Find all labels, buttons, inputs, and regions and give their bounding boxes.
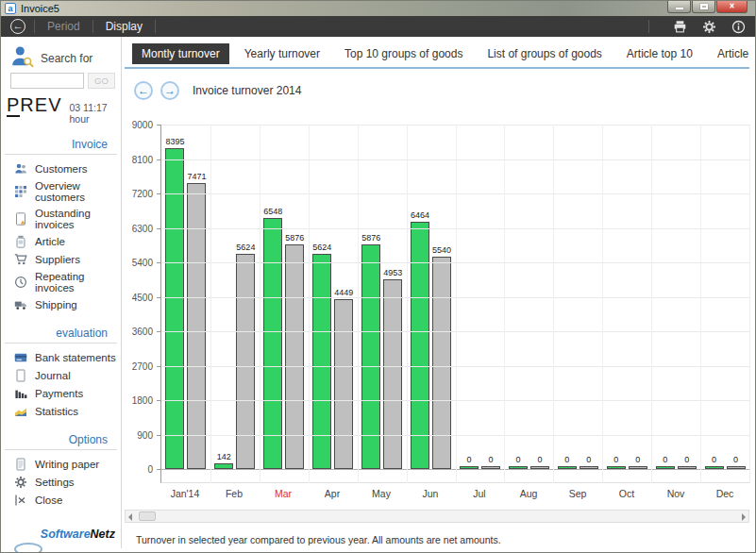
bar-selected-year-2014-jun (411, 222, 429, 469)
close-icon (717, 1, 747, 11)
section-header-invoice: Invoice (5, 138, 117, 155)
bar-value-label: 0 (663, 455, 667, 464)
x-tick-label-nov: Nov (651, 488, 700, 499)
sidebar-item-repeating-invoices[interactable]: Repeating invoices (1, 268, 121, 295)
scroll-left-button[interactable] (126, 511, 137, 522)
tab-article-top-10[interactable]: Article top 10 (617, 43, 702, 64)
gear-icon[interactable] (702, 20, 716, 34)
sidebar-item-label: Overview customers (35, 180, 121, 203)
x-tick-label-jul: Jul (455, 488, 504, 499)
x-tick-label-mar: Mar (259, 488, 308, 499)
barwrap: 0 (655, 455, 675, 469)
prev-period-button[interactable]: ← (134, 81, 153, 100)
y-axis-labels: 0900180027003600450054006300720081009000 (126, 125, 160, 483)
sidebar-item-close[interactable]: Close (1, 491, 121, 509)
sidebar-item-settings[interactable]: Settings (1, 473, 121, 491)
back-button[interactable]: ← (10, 19, 25, 34)
sidebar-item-article[interactable]: Article (1, 232, 121, 250)
bar-value-label: 0 (684, 455, 689, 464)
bar-value-label: 5876 (361, 233, 380, 243)
main-content: Montly turnoverYearly turnoverTop 10 gro… (123, 37, 756, 553)
section-header-evaluation: evaluation (5, 327, 117, 344)
bar-value-label: 0 (733, 455, 738, 464)
sidebar-item-bank-statements[interactable]: Bank statements (1, 348, 121, 366)
bar-chart: 0900180027003600450054006300720081009000… (126, 125, 756, 483)
tab-montly-turnover[interactable]: Montly turnover (132, 43, 229, 64)
sidebar-item-oustanding-invoices[interactable]: Oustanding invoices (1, 205, 121, 232)
shipping-icon (14, 298, 27, 311)
sidebar-item-label: Writing paper (35, 459, 99, 470)
bar-value-label: 0 (635, 455, 640, 464)
minimize-button[interactable] (667, 1, 691, 13)
sidebar-item-overview-customers[interactable]: Overview customers (1, 177, 121, 205)
sidebar-sections: InvoiceCustomersOverview customersOustan… (1, 138, 121, 509)
scrollbar-thumb[interactable] (139, 511, 156, 521)
search-input[interactable] (10, 73, 84, 89)
y-tick-label: 6300 (132, 224, 153, 234)
menu-display[interactable]: Display (102, 18, 146, 35)
softwarenetz-logo: SoftwareNetz (41, 528, 115, 541)
sidebar-item-label: Statistics (35, 406, 78, 417)
maximize-icon (700, 4, 708, 9)
tab-top-10-groups-of-goods[interactable]: Top 10 groups of goods (335, 43, 472, 64)
bar-value-label: 5624 (312, 243, 331, 252)
article-icon (14, 235, 27, 248)
sidebar-item-journal[interactable]: Journal (1, 366, 121, 384)
info-icon[interactable] (731, 20, 746, 34)
bar-previous-year-sep (580, 466, 598, 469)
sidebar-item-suppliers[interactable]: Suppliers (1, 250, 121, 268)
sidebar: Search for GO PREV 03 11:17 hour Invoice… (1, 37, 122, 548)
x-tick-label-sep: Sep (553, 488, 602, 499)
barwrap: 0 (726, 455, 746, 469)
clock-icon (14, 276, 27, 289)
toolbar-separator (155, 20, 156, 33)
scroll-right-button[interactable] (737, 511, 748, 522)
vertical-gridline (602, 125, 603, 483)
vertical-gridline (407, 125, 408, 483)
tab-list-of-groups-of-goods[interactable]: List of groups of goods (478, 43, 611, 64)
sidebar-item-payments[interactable]: Payments (1, 384, 121, 402)
vertical-gridline (456, 125, 457, 483)
tab-yearly-turnover[interactable]: Yearly turnover (235, 43, 329, 64)
sidebar-item-label: Oustanding invoices (35, 208, 121, 230)
print-icon[interactable] (673, 20, 687, 34)
sidebar-item-customers[interactable]: Customers (1, 159, 121, 177)
sidebar-item-label: Repeating invoices (35, 271, 121, 293)
app-icon: a (5, 3, 16, 14)
x-tick-label-jan-14: Jan'14 (160, 488, 210, 499)
x-tick-label-aug: Aug (504, 488, 553, 499)
search-label: Search for (41, 52, 92, 69)
bar-previous-year-apr (334, 299, 353, 469)
barwrap: 0 (508, 455, 528, 469)
grid-icon (14, 185, 27, 198)
tab-article[interactable]: Article (708, 43, 756, 64)
bar-value-label: 7471 (187, 172, 206, 181)
next-period-button[interactable]: → (160, 81, 179, 100)
sidebar-item-label: Payments (35, 388, 83, 399)
minimize-icon (676, 8, 683, 9)
barwrap: 5876 (361, 233, 381, 469)
bar-value-label: 0 (537, 455, 542, 464)
app-toolbar: ← Period Display (1, 16, 755, 37)
bar-selected-year-2014-feb (214, 463, 233, 469)
payments-chart-icon (14, 387, 27, 400)
horizontal-scrollbar[interactable] (125, 510, 749, 523)
barwrap: 4449 (334, 288, 354, 469)
maximize-button[interactable] (692, 1, 715, 13)
menu-period[interactable]: Period (43, 18, 84, 35)
bar-selected-year-2014-jul (460, 466, 479, 469)
barwrap: 0 (579, 455, 598, 469)
sidebar-item-shipping[interactable]: Shipping (1, 295, 121, 313)
bar-value-label: 6548 (263, 207, 282, 216)
close-button[interactable] (716, 1, 748, 13)
bar-previous-year-may (383, 279, 402, 469)
bar-previous-year-jun (432, 257, 451, 469)
x-tick-label-may: May (357, 488, 406, 499)
search-go-button[interactable]: GO (88, 73, 115, 89)
sidebar-item-statistics[interactable]: Statistics (1, 402, 121, 420)
y-tick-label: 3600 (132, 327, 153, 337)
barwrap: 6548 (263, 207, 283, 469)
sidebar-item-label: Customers (35, 163, 88, 175)
sidebar-item-writing-paper[interactable]: Writing paper (1, 455, 121, 473)
bar-value-label: 0 (613, 455, 618, 464)
